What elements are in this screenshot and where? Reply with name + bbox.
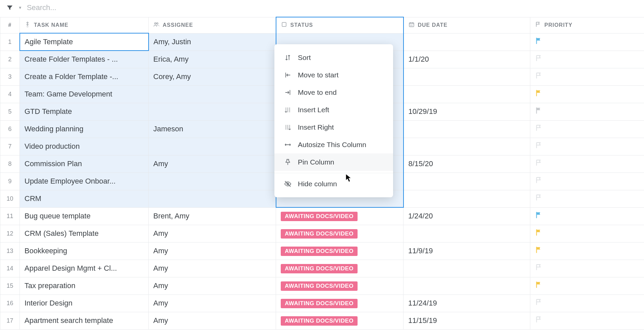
status-cell[interactable]: AWAITING DOCS/VIDEO (276, 207, 404, 225)
due-date-cell[interactable] (404, 277, 530, 294)
table-row[interactable]: 17Apartment search templateAmyAWAITING D… (0, 312, 644, 329)
task-name-cell[interactable]: Bookkeeping (20, 242, 149, 260)
column-header-due-date[interactable]: 31 DUE DATE (404, 17, 530, 33)
task-name-cell[interactable]: Interior Design (20, 294, 149, 312)
task-name-cell[interactable]: Team: Game Development (20, 85, 149, 103)
due-date-cell[interactable] (404, 85, 530, 103)
priority-cell[interactable] (530, 294, 644, 312)
search-input[interactable] (27, 3, 119, 12)
assignee-cell[interactable]: Amy (149, 260, 276, 277)
priority-cell[interactable] (530, 173, 644, 190)
table-row[interactable]: 14Apparel Design Mgmt + Cl...AmyAWAITING… (0, 260, 644, 277)
column-header-status[interactable]: STATUS (276, 17, 404, 33)
context-menu-pin-column[interactable]: Pin Column (274, 153, 393, 171)
table-row[interactable]: 15Tax preparationAmyAWAITING DOCS/VIDEO (0, 277, 644, 294)
priority-cell[interactable] (530, 260, 644, 277)
status-cell[interactable]: AWAITING DOCS/VIDEO (276, 260, 404, 277)
due-date-cell[interactable] (404, 138, 530, 155)
status-cell[interactable]: AWAITING DOCS/VIDEO (276, 294, 404, 312)
table-row[interactable]: 16Interior DesignAmyAWAITING DOCS/VIDEO1… (0, 294, 644, 312)
status-cell[interactable]: AWAITING DOCS/VIDEO (276, 277, 404, 294)
assignee-cell[interactable]: Amy (149, 277, 276, 294)
due-date-cell[interactable]: 1/1/20 (404, 51, 530, 68)
task-name-cell[interactable]: Apparel Design Mgmt + Cl... (20, 260, 149, 277)
column-header-task-name[interactable]: TASK NAME (20, 17, 149, 33)
assignee-cell[interactable]: Jameson (149, 120, 276, 138)
due-date-cell[interactable] (404, 120, 530, 138)
priority-cell[interactable] (530, 103, 644, 120)
task-name-cell[interactable]: Tax preparation (20, 277, 149, 294)
assignee-cell[interactable]: Corey, Amy (149, 68, 276, 85)
due-date-cell[interactable]: 11/24/19 (404, 294, 530, 312)
assignee-cell[interactable] (149, 103, 276, 120)
filter-icon[interactable] (6, 4, 13, 11)
task-name-cell[interactable]: Create Folder Templates - ... (20, 51, 149, 68)
due-date-cell[interactable]: 10/29/19 (404, 103, 530, 120)
priority-cell[interactable] (530, 155, 644, 173)
task-name-text: CRM (Sales) Template (24, 229, 99, 238)
assignee-cell[interactable]: Amy (149, 242, 276, 260)
assignee-cell[interactable]: Amy (149, 312, 276, 329)
task-name-cell[interactable]: Agile Template (20, 33, 149, 51)
column-header-priority[interactable]: PRIORITY (530, 17, 644, 33)
priority-cell[interactable] (530, 120, 644, 138)
filter-dropdown-caret-icon[interactable]: ▼ (18, 5, 22, 10)
table-row[interactable]: 13BookkeepingAmyAWAITING DOCS/VIDEO11/9/… (0, 242, 644, 260)
context-menu-insert-left[interactable]: Insert Left (274, 101, 393, 119)
due-date-cell[interactable]: 8/15/20 (404, 155, 530, 173)
due-date-cell[interactable] (404, 260, 530, 277)
due-date-cell[interactable]: 11/15/19 (404, 312, 530, 329)
task-name-cell[interactable]: Update Employee Onboar... (20, 173, 149, 190)
task-name-cell[interactable]: CRM (Sales) Template (20, 225, 149, 242)
due-date-cell[interactable] (404, 33, 530, 51)
assignee-cell[interactable]: Brent, Amy (149, 207, 276, 225)
due-date-cell[interactable] (404, 68, 530, 85)
task-name-cell[interactable]: CRM (20, 190, 149, 207)
context-menu-autosize-column[interactable]: Autosize This Column (274, 136, 393, 153)
due-date-cell[interactable]: 11/9/19 (404, 242, 530, 260)
assignee-cell[interactable]: Amy (149, 294, 276, 312)
task-name-cell[interactable]: Apartment search template (20, 312, 149, 329)
status-cell[interactable]: AWAITING DOCS/VIDEO (276, 242, 404, 260)
priority-cell[interactable] (530, 312, 644, 329)
task-name-cell[interactable]: Wedding planning (20, 120, 149, 138)
due-date-cell[interactable] (404, 225, 530, 242)
priority-cell[interactable] (530, 225, 644, 242)
table-row[interactable]: 12CRM (Sales) TemplateAmyAWAITING DOCS/V… (0, 225, 644, 242)
assignee-cell[interactable] (149, 190, 276, 207)
due-date-cell[interactable] (404, 173, 530, 190)
task-name-cell[interactable]: Commission Plan (20, 155, 149, 173)
assignee-cell[interactable]: Erica, Amy (149, 51, 276, 68)
priority-cell[interactable] (530, 242, 644, 260)
column-header-number[interactable]: # (0, 17, 20, 33)
priority-cell[interactable] (530, 85, 644, 103)
priority-cell[interactable] (530, 207, 644, 225)
context-menu-insert-right[interactable]: Insert Right (274, 119, 393, 136)
context-menu-move-to-end[interactable]: Move to end (274, 84, 393, 101)
priority-cell[interactable] (530, 68, 644, 85)
table-row[interactable]: 11Bug queue templateBrent, AmyAWAITING D… (0, 207, 644, 225)
priority-cell[interactable] (530, 33, 644, 51)
assignee-cell[interactable]: Amy (149, 225, 276, 242)
priority-cell[interactable] (530, 277, 644, 294)
priority-cell[interactable] (530, 138, 644, 155)
priority-cell[interactable] (530, 51, 644, 68)
task-name-cell[interactable]: Video production (20, 138, 149, 155)
context-menu-hide-column[interactable]: Hide column (274, 175, 393, 193)
context-menu-sort[interactable]: Sort (274, 49, 393, 66)
priority-cell[interactable] (530, 190, 644, 207)
context-menu-move-to-start[interactable]: Move to start (274, 66, 393, 84)
status-cell[interactable]: AWAITING DOCS/VIDEO (276, 312, 404, 329)
assignee-cell[interactable]: Amy, Justin (149, 33, 276, 51)
task-name-cell[interactable]: GTD Template (20, 103, 149, 120)
assignee-cell[interactable] (149, 173, 276, 190)
assignee-cell[interactable] (149, 85, 276, 103)
task-name-cell[interactable]: Create a Folder Template -... (20, 68, 149, 85)
task-name-cell[interactable]: Bug queue template (20, 207, 149, 225)
due-date-cell[interactable] (404, 190, 530, 207)
assignee-cell[interactable] (149, 138, 276, 155)
column-header-assignee[interactable]: ASSIGNEE (149, 17, 276, 33)
assignee-cell[interactable]: Amy (149, 155, 276, 173)
status-cell[interactable]: AWAITING DOCS/VIDEO (276, 225, 404, 242)
due-date-cell[interactable]: 1/24/20 (404, 207, 530, 225)
